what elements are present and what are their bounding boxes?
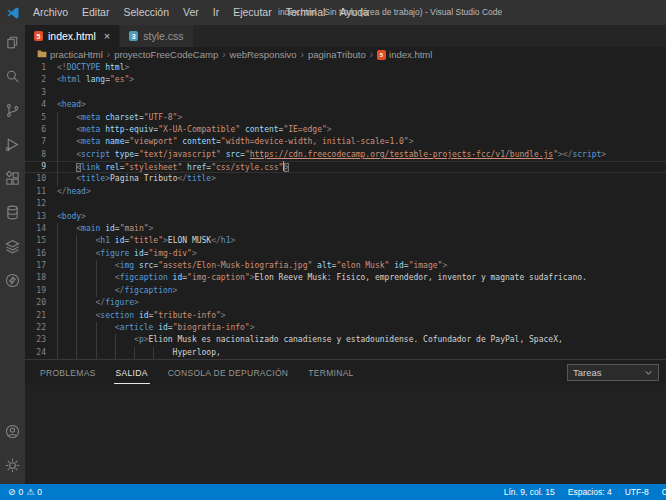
indent-guide: [57, 272, 76, 284]
code-line-18[interactable]: 18<figcaption id="img-caption">Elon Reev…: [25, 272, 666, 284]
code-line-11[interactable]: 11</head>: [25, 186, 666, 198]
code-line-content: </figcaption>: [57, 285, 177, 297]
tasks-dropdown[interactable]: Tareas: [567, 364, 659, 381]
code-line-13[interactable]: 13<body>: [25, 211, 666, 223]
indent-guide: [57, 260, 76, 272]
error-count: 0: [19, 487, 24, 497]
activity-bar-top: [0, 25, 25, 297]
breadcrumb: practicaHtml›proyectoFreeCodeCamp›webRes…: [25, 47, 666, 62]
breadcrumb-item-practicahtml[interactable]: practicaHtml: [37, 49, 103, 60]
indent-guide: [96, 334, 115, 346]
folder-icon: [37, 49, 47, 60]
code-line-8[interactable]: 8<script type="text/javascript" src="htt…: [25, 149, 666, 161]
code-line-9[interactable]: 9<link rel="stylesheet" href="css/style.…: [25, 161, 666, 173]
code-line-19[interactable]: 19</figcaption>: [25, 285, 666, 297]
problems-status[interactable]: ⊘ 0 ⚠ 0: [8, 487, 42, 497]
code-line-6[interactable]: 6<meta http-equiv="X-UA-Compatible" cont…: [25, 124, 666, 136]
run-debug-icon[interactable]: [0, 127, 25, 161]
html-file-icon: 5: [377, 50, 386, 60]
code-line-23[interactable]: 23<p>Elion Musk es nacionalizado canadie…: [25, 334, 666, 346]
code-line-15[interactable]: 15<h1 id="title">ELON MUSK</h1>: [25, 235, 666, 247]
code-line-content: <meta http-equiv="X-UA-Compatible" conte…: [57, 124, 332, 136]
indent-guide: [57, 297, 76, 309]
menu-seleccion[interactable]: Selección: [116, 0, 176, 25]
indent-guide: [76, 297, 95, 309]
code-line-content: <!DOCTYPE html>: [57, 62, 129, 74]
line-number: 13: [25, 211, 57, 223]
tab-index-html[interactable]: 5index.html×: [25, 25, 120, 47]
breadcrumb-item-index-html[interactable]: 5index.html: [377, 49, 432, 60]
eol-status[interactable]: CRLF: [662, 487, 666, 497]
source-control-icon[interactable]: [0, 93, 25, 127]
indent-guide: [76, 235, 95, 247]
indent-guide: [57, 112, 76, 124]
line-number: 18: [25, 272, 57, 284]
menu-ver[interactable]: Ver: [176, 0, 206, 25]
code-line-12[interactable]: 12: [25, 198, 666, 210]
code-line-content: <main id="main">: [57, 223, 153, 235]
menu-ejecutar[interactable]: Ejecutar: [226, 0, 279, 25]
code-line-20[interactable]: 20</figure>: [25, 297, 666, 309]
menu-ir[interactable]: Ir: [206, 0, 226, 25]
code-line-17[interactable]: 17<img src="assets/Elon-Musk-biografia.j…: [25, 260, 666, 272]
indent-guide: [76, 248, 95, 260]
line-number: 21: [25, 310, 57, 322]
panel-tab-terminal[interactable]: TERMINAL: [306, 362, 355, 383]
code-line-7[interactable]: 7<meta name="viewport" content="width=de…: [25, 136, 666, 148]
panel-tab-salida[interactable]: SALIDA: [114, 362, 150, 384]
code-line-content: </head>: [57, 186, 91, 198]
indent-guide: [57, 334, 76, 346]
indent-guide: [76, 334, 95, 346]
title-bar: ArchivoEditarSelecciónVerIrEjecutarTermi…: [0, 0, 666, 25]
menu-archivo[interactable]: Archivo: [26, 0, 75, 25]
panel-actions: Tareas: [567, 364, 659, 381]
explorer-icon[interactable]: [0, 25, 25, 59]
tab-label: index.html: [48, 30, 96, 42]
breadcrumb-item-webresponsivo[interactable]: webResponsivo: [230, 49, 297, 60]
breadcrumb-item-paginatributo[interactable]: paginaTributo: [308, 49, 366, 60]
code-line-24[interactable]: 24Hyperloop,: [25, 347, 666, 359]
indent-guide: [76, 310, 95, 322]
code-line-2[interactable]: 2<html lang="es">: [25, 74, 666, 86]
close-icon[interactable]: ×: [104, 30, 110, 42]
bottom-panel: PROBLEMASSALIDACONSOLA DE DEPURACIÓNTERM…: [25, 359, 666, 484]
code-line-1[interactable]: 1<!DOCTYPE html>: [25, 62, 666, 74]
code-line-22[interactable]: 22<article id="biografia-info">: [25, 322, 666, 334]
code-line-10[interactable]: 10<title>Pagina Tributo</title>: [25, 173, 666, 185]
account-icon[interactable]: [0, 414, 25, 448]
search-icon[interactable]: [0, 59, 25, 93]
code-line-content: <meta charset="UTF-8">: [57, 112, 182, 124]
code-line-content: <h1 id="title">ELON MUSK</h1>: [57, 235, 235, 247]
line-number: 9: [25, 161, 57, 173]
panel-tab-consola-de-depuracion[interactable]: CONSOLA DE DEPURACIÓN: [166, 362, 291, 383]
thunder-icon[interactable]: [0, 263, 25, 297]
layers-icon[interactable]: [0, 229, 25, 263]
extensions-icon[interactable]: [0, 161, 25, 195]
code-line-4[interactable]: 4<head>: [25, 99, 666, 111]
html-file-icon: 5: [34, 31, 43, 41]
code-line-14[interactable]: 14<main id="main">: [25, 223, 666, 235]
code-area[interactable]: 1<!DOCTYPE html>2<html lang="es">34<head…: [25, 62, 666, 359]
menu-editar[interactable]: Editar: [75, 0, 116, 25]
indent-guide: [57, 347, 76, 359]
encoding-status[interactable]: UTF-8: [625, 487, 649, 497]
indent-guide: [96, 260, 115, 272]
panel-tab-problemas[interactable]: PROBLEMAS: [38, 362, 98, 383]
indent-guide: [57, 310, 76, 322]
breadcrumb-item-proyectofreecodecamp[interactable]: proyectoFreeCodeCamp: [114, 49, 218, 60]
chevron-down-icon: [644, 368, 653, 377]
breadcrumb-label: webResponsivo: [230, 49, 297, 60]
indent-guide: [115, 334, 134, 346]
settings-icon[interactable]: [0, 448, 25, 482]
database-icon[interactable]: [0, 195, 25, 229]
cursor-position-status[interactable]: Lín. 9, col. 15: [504, 487, 555, 497]
indent-guide: [96, 272, 115, 284]
code-line-5[interactable]: 5<meta charset="UTF-8">: [25, 112, 666, 124]
code-line-3[interactable]: 3: [25, 87, 666, 99]
indentation-status[interactable]: Espacios: 4: [568, 487, 612, 497]
code-line-16[interactable]: 16<figure id="img-div">: [25, 248, 666, 260]
indent-guide: [76, 260, 95, 272]
line-number: 19: [25, 285, 57, 297]
tab-style-css[interactable]: 3style.css: [120, 25, 193, 47]
code-line-21[interactable]: 21<section id="tribute-info">: [25, 310, 666, 322]
